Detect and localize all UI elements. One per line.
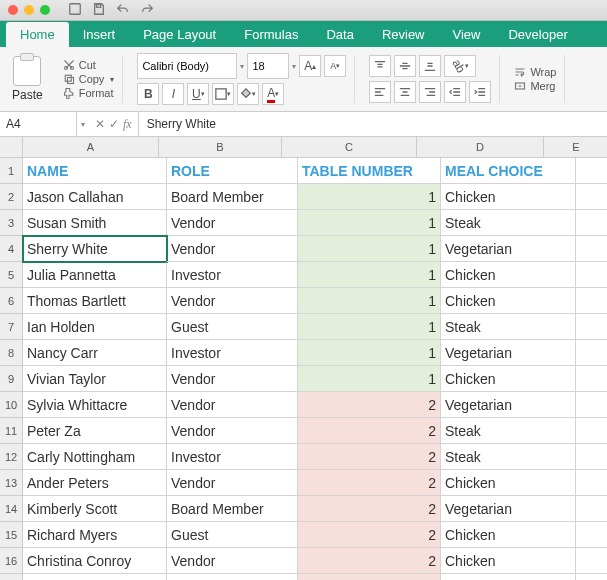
align-bottom-button[interactable] — [419, 55, 441, 77]
cell-E15[interactable] — [576, 522, 607, 548]
cell-C3[interactable]: 1 — [298, 210, 441, 236]
cell-E6[interactable] — [576, 288, 607, 314]
copy-button[interactable]: Copy▾ — [63, 73, 115, 85]
align-middle-button[interactable] — [394, 55, 416, 77]
cell-A12[interactable]: Carly Nottingham — [23, 444, 167, 470]
col-header-D[interactable]: D — [417, 137, 544, 158]
cell-A14[interactable]: Kimberly Scott — [23, 496, 167, 522]
cell-A17[interactable]: William Jones — [23, 574, 167, 580]
cell-C15[interactable]: 2 — [298, 522, 441, 548]
cut-button[interactable]: Cut — [63, 59, 115, 71]
cell-E11[interactable] — [576, 418, 607, 444]
cell-E4[interactable] — [576, 236, 607, 262]
format-painter-button[interactable]: Format — [63, 87, 115, 99]
underline-button[interactable]: U▾ — [187, 83, 209, 105]
cancel-formula-button[interactable]: ✕ — [95, 117, 105, 131]
cell-B8[interactable]: Investor — [167, 340, 298, 366]
italic-button[interactable]: I — [162, 83, 184, 105]
cell-D8[interactable]: Vegetarian — [441, 340, 576, 366]
row-header-15[interactable]: 15 — [0, 522, 23, 548]
col-header-A[interactable]: A — [23, 137, 159, 158]
cell-D5[interactable]: Chicken — [441, 262, 576, 288]
paste-button[interactable]: Paste — [6, 56, 49, 102]
minimize-window-button[interactable] — [24, 5, 34, 15]
cell-B10[interactable]: Vendor — [167, 392, 298, 418]
cell-C11[interactable]: 2 — [298, 418, 441, 444]
cell-A5[interactable]: Julia Pannetta — [23, 262, 167, 288]
cell-C12[interactable]: 2 — [298, 444, 441, 470]
cell-B16[interactable]: Vendor — [167, 548, 298, 574]
row-header-13[interactable]: 13 — [0, 470, 23, 496]
cell-D1[interactable]: MEAL CHOICE — [441, 158, 576, 184]
cell-D14[interactable]: Vegetarian — [441, 496, 576, 522]
row-header-7[interactable]: 7 — [0, 314, 23, 340]
tab-page-layout[interactable]: Page Layout — [129, 22, 230, 47]
cell-D6[interactable]: Chicken — [441, 288, 576, 314]
cell-C10[interactable]: 2 — [298, 392, 441, 418]
cell-D10[interactable]: Vegetarian — [441, 392, 576, 418]
row-header-9[interactable]: 9 — [0, 366, 23, 392]
cell-E12[interactable] — [576, 444, 607, 470]
cell-B9[interactable]: Vendor — [167, 366, 298, 392]
cell-E16[interactable] — [576, 548, 607, 574]
cell-B11[interactable]: Vendor — [167, 418, 298, 444]
cell-B17[interactable]: Guest — [167, 574, 298, 580]
tab-formulas[interactable]: Formulas — [230, 22, 312, 47]
cell-C1[interactable]: TABLE NUMBER — [298, 158, 441, 184]
namebox-dropdown-icon[interactable]: ▾ — [77, 120, 89, 129]
cell-D2[interactable]: Chicken — [441, 184, 576, 210]
cell-C7[interactable]: 1 — [298, 314, 441, 340]
cell-E14[interactable] — [576, 496, 607, 522]
wrap-text-button[interactable]: Wrap — [514, 66, 556, 78]
bold-button[interactable]: B — [137, 83, 159, 105]
cell-A6[interactable]: Thomas Bartlett — [23, 288, 167, 314]
row-header-12[interactable]: 12 — [0, 444, 23, 470]
undo-icon[interactable] — [116, 2, 130, 19]
decrease-indent-button[interactable] — [444, 81, 466, 103]
cell-B3[interactable]: Vendor — [167, 210, 298, 236]
cell-C9[interactable]: 1 — [298, 366, 441, 392]
cell-D15[interactable]: Chicken — [441, 522, 576, 548]
col-header-E[interactable]: E — [544, 137, 607, 158]
cell-B1[interactable]: ROLE — [167, 158, 298, 184]
select-all-corner[interactable] — [0, 137, 23, 158]
cell-A7[interactable]: Ian Holden — [23, 314, 167, 340]
cell-A2[interactable]: Jason Callahan — [23, 184, 167, 210]
cell-D13[interactable]: Chicken — [441, 470, 576, 496]
row-header-6[interactable]: 6 — [0, 288, 23, 314]
cell-A11[interactable]: Peter Za — [23, 418, 167, 444]
font-name-select[interactable] — [137, 53, 237, 79]
cell-B7[interactable]: Guest — [167, 314, 298, 340]
row-header-16[interactable]: 16 — [0, 548, 23, 574]
cell-E2[interactable] — [576, 184, 607, 210]
formula-value[interactable]: Sherry White — [139, 117, 224, 131]
cell-E3[interactable] — [576, 210, 607, 236]
cell-A3[interactable]: Susan Smith — [23, 210, 167, 236]
merge-button[interactable]: Merg — [514, 80, 556, 92]
row-header-2[interactable]: 2 — [0, 184, 23, 210]
row-header-4[interactable]: 4 — [0, 236, 23, 262]
cell-B4[interactable]: Vendor — [167, 236, 298, 262]
cell-A16[interactable]: Christina Conroy — [23, 548, 167, 574]
cell-B5[interactable]: Investor — [167, 262, 298, 288]
tab-insert[interactable]: Insert — [69, 22, 130, 47]
zoom-window-button[interactable] — [40, 5, 50, 15]
cell-B6[interactable]: Vendor — [167, 288, 298, 314]
increase-indent-button[interactable] — [469, 81, 491, 103]
cell-A8[interactable]: Nancy Carr — [23, 340, 167, 366]
cell-E13[interactable] — [576, 470, 607, 496]
cell-D11[interactable]: Steak — [441, 418, 576, 444]
align-right-button[interactable] — [419, 81, 441, 103]
cell-D12[interactable]: Steak — [441, 444, 576, 470]
cell-B15[interactable]: Guest — [167, 522, 298, 548]
close-window-button[interactable] — [8, 5, 18, 15]
cell-E7[interactable] — [576, 314, 607, 340]
cell-A4[interactable]: Sherry White — [23, 236, 167, 262]
cell-B14[interactable]: Board Member — [167, 496, 298, 522]
cell-E5[interactable] — [576, 262, 607, 288]
cell-B12[interactable]: Investor — [167, 444, 298, 470]
cell-A1[interactable]: NAME — [23, 158, 167, 184]
tab-home[interactable]: Home — [6, 22, 69, 47]
align-left-button[interactable] — [369, 81, 391, 103]
cell-E1[interactable] — [576, 158, 607, 184]
